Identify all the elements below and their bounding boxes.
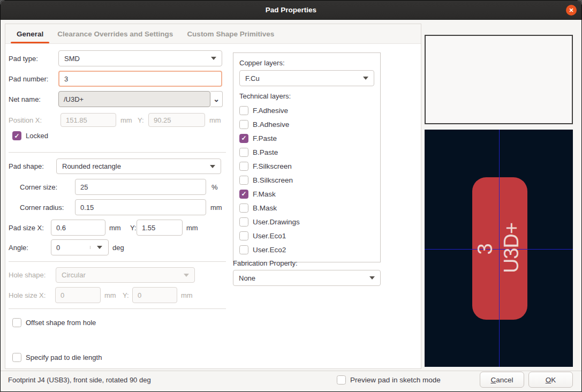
user-drawings-checkbox[interactable]: ✓ [239,217,248,227]
layer-row-b-paste[interactable]: ✓ B.Paste [239,145,374,159]
offset-shape-checkbox-row[interactable]: ✓ Offset shape from hole [12,318,96,327]
copper-layers-dropdown[interactable]: F.Cu [239,70,374,86]
cancel-button[interactable]: Cancel [480,372,524,388]
position-x-label: Position X: [9,113,42,127]
net-name-entry[interactable]: /U3D+ [58,91,210,107]
pad-to-die-checkbox-row[interactable]: ✓ Specify pad to die length [12,353,102,362]
hole-shape-dropdown: Circular [56,267,195,283]
check-icon: ✓ [241,191,246,197]
pad-size-y-input[interactable] [137,220,183,236]
layer-row-b-mask[interactable]: ✓ B.Mask [239,201,374,215]
hole-size-y-unit: mm [181,287,193,303]
pad-size-y-label: Y: [130,220,137,236]
f-adhesive-checkbox[interactable]: ✓ [239,106,248,115]
status-text: Footprint J4 (USB3), front side, rotated… [8,376,151,384]
dropdown-arrow-icon [211,57,216,60]
locked-checkbox[interactable]: ✓ [12,131,21,140]
pad-number-preview-text: 3 [474,243,497,254]
locked-label: Locked [26,132,48,140]
footer-separator [1,371,581,371]
angle-label: Angle: [9,239,28,255]
b-paste-checkbox[interactable]: ✓ [239,148,248,157]
fabrication-property-label: Fabrication Property: [233,259,298,267]
dropdown-arrow-icon [210,165,215,168]
net-name-preview-text: U3D+ [500,223,523,273]
titlebar[interactable]: Pad Properties ✕ [1,1,581,20]
pad-type-dropdown[interactable]: SMD [58,50,222,66]
f-silkscreen-checkbox[interactable]: ✓ [239,162,248,171]
chevron-down-icon: ⌄ [213,95,220,103]
hole-size-y-label: Y: [123,287,129,303]
close-icon: ✕ [569,7,573,14]
tab-general[interactable]: General [10,24,50,43]
copper-layers-label: Copper layers: [239,59,374,67]
layer-row-user-eco1[interactable]: ✓ User.Eco1 [239,229,374,243]
pad-shape-dropdown[interactable]: Rounded rectangle [56,159,221,174]
pad-size-y-unit: mm [186,220,198,236]
layer-row-user-eco2[interactable]: ✓ User.Eco2 [239,243,374,257]
angle-combo[interactable]: 0 [51,239,109,255]
hole-size-x-label: Hole size X: [9,287,46,303]
technical-layers-label: Technical layers: [239,92,374,100]
corner-radius-input[interactable] [75,199,206,215]
pad-size-x-input[interactable] [51,220,105,236]
layer-row-f-mask[interactable]: ✓ F.Mask [239,187,374,201]
sketch-mode-label: Preview pad in sketch mode [350,376,441,384]
separator [9,308,226,309]
pad-properties-dialog: Pad Properties ✕ General Clearance Overr… [0,0,582,392]
pad-type-label: Pad type: [9,50,38,66]
b-silkscreen-checkbox[interactable]: ✓ [239,176,248,185]
corner-size-input[interactable] [75,179,206,195]
f-paste-checkbox[interactable]: ✓ [239,134,248,143]
user-eco2-checkbox[interactable]: ✓ [239,245,248,254]
layer-row-f-silkscreen[interactable]: ✓ F.Silkscreen [239,159,374,173]
sketch-mode-checkbox-row[interactable]: ✓ Preview pad in sketch mode [337,375,441,385]
tab-clearance-overrides[interactable]: Clearance Overrides and Settings [50,24,180,43]
dropdown-arrow-icon [184,274,189,277]
ok-button[interactable]: OK [528,372,573,388]
pad-shape-preview-box [425,35,573,124]
check-icon: ✓ [14,133,19,139]
hole-shape-label: Hole shape: [9,267,46,283]
position-y-unit: mm [209,113,221,127]
position-x-input [61,113,116,127]
b-mask-checkbox[interactable]: ✓ [239,203,248,213]
b-adhesive-checkbox[interactable]: ✓ [239,120,248,129]
pad-size-x-unit: mm [109,220,121,236]
f-mask-checkbox[interactable]: ✓ [239,190,248,199]
separator [9,152,226,153]
locked-checkbox-row[interactable]: ✓ Locked [12,131,48,140]
pad-preview-canvas[interactable]: 3 U3D+ [425,130,573,367]
net-name-label: Net name: [9,91,41,107]
corner-radius-label: Corner radius: [20,199,64,215]
pad-number-input[interactable] [58,71,222,87]
tab-bar: General Clearance Overrides and Settings… [5,24,421,44]
pad-shape-label: Pad shape: [9,159,44,174]
offset-shape-checkbox[interactable]: ✓ [12,318,21,327]
user-eco1-checkbox[interactable]: ✓ [239,231,248,240]
dropdown-arrow-icon [363,77,368,80]
tab-custom-shape-primitives[interactable]: Custom Shape Primitives [180,24,281,43]
layer-row-f-adhesive[interactable]: ✓ F.Adhesive [239,103,374,117]
hole-size-x-unit: mm [104,287,116,303]
dropdown-arrow-icon [97,246,102,249]
close-button[interactable]: ✕ [566,5,577,16]
hole-size-y-input [132,287,177,303]
hole-size-x-input [55,287,101,303]
corner-size-unit: % [211,179,218,195]
net-name-dropdown-button[interactable]: ⌄ [210,91,223,107]
sketch-mode-checkbox[interactable]: ✓ [337,375,346,385]
fabrication-property-dropdown[interactable]: None [233,270,381,286]
layer-row-b-adhesive[interactable]: ✓ B.Adhesive [239,117,374,131]
layer-row-user-drawings[interactable]: ✓ User.Drawings [239,215,374,229]
layer-row-b-silkscreen[interactable]: ✓ B.Silkscreen [239,173,374,187]
position-y-label: Y: [138,113,144,127]
layer-row-f-paste[interactable]: ✓ F.Paste [239,131,374,145]
layers-box: Copper layers: F.Cu Technical layers: ✓ … [233,52,381,262]
pad-to-die-checkbox[interactable]: ✓ [12,353,21,362]
separator [9,261,226,262]
angle-dropdown-button[interactable] [90,246,108,249]
crosshair-horizontal [425,249,573,250]
form-panel: General Clearance Overrides and Settings… [5,24,421,369]
angle-unit: deg [112,239,124,255]
